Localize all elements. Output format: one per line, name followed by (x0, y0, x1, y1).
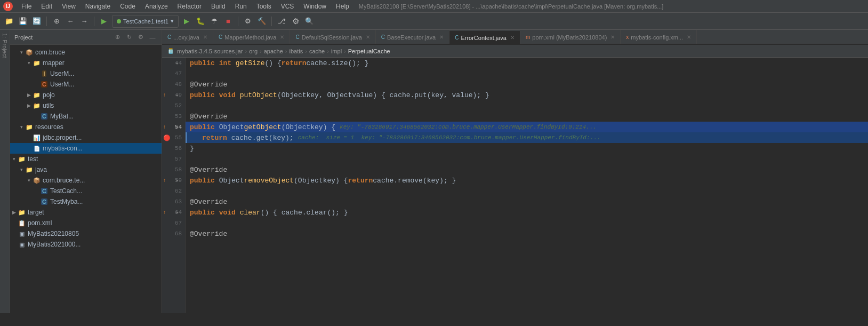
toolbar-back-btn[interactable]: ← (65, 15, 76, 27)
menu-build[interactable]: Build (207, 2, 230, 11)
tree-item-com-bruce-te[interactable]: ▾ 📦 com.bruce.te... (10, 175, 162, 186)
project-panel-tab[interactable]: 1: Project (0, 30, 10, 313)
tree-item-jdbc[interactable]: 📊 jdbc.propert... (10, 132, 162, 143)
tab-close-error-ctx[interactable]: ✕ (510, 35, 515, 41)
menu-refactor[interactable]: Refactor (173, 2, 206, 11)
tree-item-pom[interactable]: 📋 pom.xml (10, 218, 162, 228)
breadcrumb-apache[interactable]: apache (264, 48, 283, 54)
run-config-dropdown-icon: ▾ (171, 18, 174, 25)
toolbar-build-btn[interactable]: 🔨 (256, 15, 268, 27)
menu-vcs[interactable]: VCS (277, 2, 299, 11)
breadcrumb-ibatis[interactable]: ibatis (290, 48, 303, 54)
tab-close-mapper-method[interactable]: ✕ (280, 34, 284, 40)
sidebar-collapse-btn[interactable]: — (148, 33, 157, 42)
xml-icon-mybatis-conf: 📄 (33, 144, 41, 153)
window-title: MyBatis202108 [E:\Server\MyBatis202108] … (359, 3, 664, 10)
tree-label-userm1: UserM... (50, 70, 74, 77)
toolbar-forward-btn[interactable]: → (78, 15, 90, 27)
toolbar-sync-btn[interactable]: 🔄 (31, 15, 43, 27)
tree-item-java2[interactable]: ▾ 📁 java (10, 164, 162, 175)
tree-item-mybat[interactable]: C MyBat... (10, 111, 162, 122)
tab-proxy[interactable]: C ...oxy.java ✕ (162, 30, 213, 44)
tree-arrow-utils: ▶ (25, 103, 33, 108)
menu-tools[interactable]: Tools (252, 2, 276, 11)
tab-icon-proxy: C (167, 34, 171, 40)
tree-item-testcache[interactable]: C TestCach... (10, 186, 162, 196)
separator-1 (46, 17, 47, 26)
tab-base-exec[interactable]: C BaseExecutor.java ✕ (376, 30, 449, 44)
toolbar-run-btn[interactable]: ▶ (181, 15, 192, 27)
menu-view[interactable]: View (58, 2, 80, 11)
sidebar-sync-btn[interactable]: ↻ (124, 33, 134, 42)
breadcrumb-impl[interactable]: impl (331, 48, 342, 54)
toolbar-open-btn[interactable]: 📁 (3, 15, 15, 27)
run-config-selector[interactable]: TestCache1.test1 ▾ (112, 15, 179, 28)
tree-label-test: test (28, 155, 38, 163)
tree-item-userm2[interactable]: C UserM... (10, 79, 162, 90)
tab-error-ctx[interactable]: C ErrorContext.java ✕ (449, 31, 520, 45)
tree-item-mybatis20210805[interactable]: ▣ MyBatis20210805 (10, 228, 162, 239)
tree-item-pojo[interactable]: ▶ 📁 pojo (10, 90, 162, 100)
code-text[interactable]: public int getSize() { return cache.size… (186, 58, 868, 313)
tab-mapper-method[interactable]: C MapperMethod.java ✕ (213, 30, 290, 44)
breadcrumb-jar[interactable]: mybatis-3.4.5-sources.jar (177, 48, 243, 54)
tab-close-default-sql[interactable]: ✕ (366, 34, 370, 40)
sidebar-settings-btn[interactable]: ⚙ (136, 33, 146, 42)
tree-item-utils[interactable]: ▶ 📁 utils (10, 100, 162, 111)
tree-label-mybatis20210805: MyBatis20210805 (28, 230, 79, 237)
breadcrumb-class[interactable]: PerpetualCache (348, 48, 390, 54)
tab-close-proxy[interactable]: ✕ (203, 34, 207, 40)
tree-item-target[interactable]: ▶ 📁 target (10, 207, 162, 218)
tab-close-base-exec[interactable]: ✕ (439, 34, 444, 40)
line-48: 48 (162, 79, 185, 90)
menu-help[interactable]: Help (332, 2, 353, 11)
line-52: 52 (162, 100, 185, 111)
toolbar-debug-btn[interactable]: 🐛 (195, 15, 206, 27)
toolbar-search-btn[interactable]: 🔍 (303, 15, 315, 27)
tab-close-pom[interactable]: ✕ (610, 34, 615, 40)
tree-item-mapper[interactable]: ▾ 📁 mapper (10, 58, 162, 68)
line-63: 63 (162, 196, 185, 207)
tree-item-testmyba[interactable]: C TestMyba... (10, 196, 162, 207)
toolbar-green-btn[interactable]: ▶ (98, 15, 110, 27)
tab-close-mybatis-config[interactable]: ✕ (687, 34, 691, 40)
menu-code[interactable]: Code (116, 2, 140, 11)
code-line-57 (186, 154, 868, 164)
menu-run[interactable]: Run (231, 2, 251, 11)
sidebar-add-btn[interactable]: ⊕ (112, 33, 122, 42)
toolbar-settings-btn[interactable]: ⚙ (290, 15, 301, 27)
toolbar: 📁 💾 🔄 ⊕ ← → ▶ TestCache1.test1 ▾ ▶ 🐛 ☂ ■… (0, 13, 868, 30)
tree-item-test[interactable]: ▾ 📁 test (10, 154, 162, 164)
tab-pom[interactable]: m pom.xml (MyBatis20210804) ✕ (520, 30, 621, 44)
folder-icon-mapper: 📁 (33, 59, 41, 67)
tree-item-resources[interactable]: ▾ 📁 resources (10, 122, 162, 132)
editor-content[interactable]: ▸ 44 47 48 ↑ ▸ 49 52 53 ↑ ▸ 54 🔴 (162, 58, 868, 313)
tab-mybatis-config[interactable]: x mybatis-config.xm... ✕ (621, 30, 697, 44)
tree-item-userm1[interactable]: I UserM... (10, 68, 162, 79)
toolbar-save-btn[interactable]: 💾 (17, 15, 29, 27)
tree-label-testmyba: TestMyba... (50, 198, 83, 205)
tab-icon-default-sql: C (295, 34, 299, 40)
menu-analyze[interactable]: Analyze (141, 2, 172, 11)
tab-default-sql[interactable]: C DefaultSqlSession.java ✕ (290, 30, 375, 44)
breadcrumb-cache[interactable]: cache (309, 48, 325, 54)
tree-label-mybatis-conf: mybatis-con... (43, 145, 83, 152)
tree-label-pojo: pojo (43, 91, 55, 99)
tree-item-mybatis20210006[interactable]: ▣ MyBatis2021000... (10, 239, 162, 250)
menu-navigate[interactable]: Navigate (81, 2, 115, 11)
menu-window[interactable]: Window (299, 2, 331, 11)
code-line-48: @Override (186, 79, 868, 90)
toolbar-coverage-btn[interactable]: ☂ (208, 15, 220, 27)
breadcrumb-org[interactable]: org (249, 48, 258, 54)
tree-item-com-bruce[interactable]: ▾ 📦 com.bruce (10, 47, 162, 58)
menu-file[interactable]: File (17, 2, 36, 11)
line-54: ↑ ▸ 54 (162, 122, 185, 132)
tree-label-userm2: UserM... (50, 81, 74, 88)
toolbar-stop-btn[interactable]: ■ (222, 15, 234, 27)
toolbar-gradle-btn[interactable]: ⚙ (242, 15, 254, 27)
tree-item-mybatis-conf[interactable]: 📄 mybatis-con... (10, 143, 162, 154)
toolbar-git-btn[interactable]: ⎇ (276, 15, 287, 27)
menu-edit[interactable]: Edit (37, 2, 57, 11)
tree-arrow-test: ▾ (10, 156, 18, 162)
toolbar-undo-btn[interactable]: ⊕ (51, 15, 62, 27)
